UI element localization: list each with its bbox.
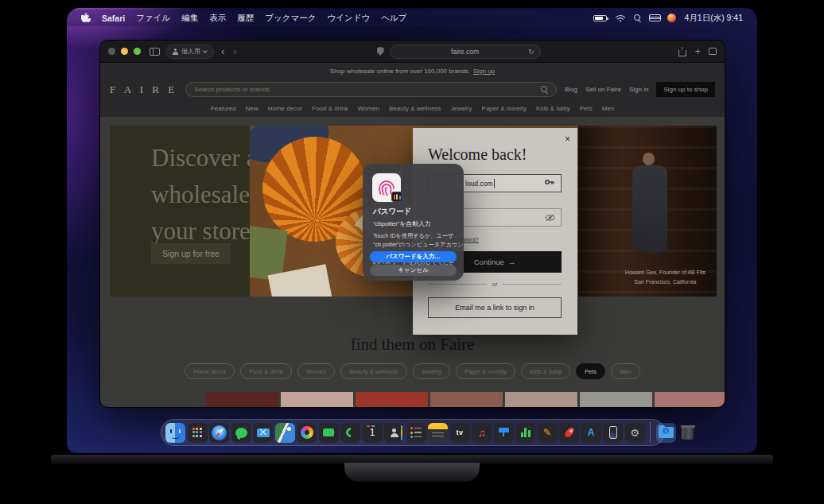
nav-men[interactable]: Men <box>602 105 615 112</box>
nav-women[interactable]: Women <box>358 105 379 112</box>
phone-dock-icon[interactable] <box>340 423 360 443</box>
photos-dock-icon[interactable] <box>297 423 317 443</box>
facetime-dock-icon[interactable] <box>319 423 339 443</box>
sell-on-faire-link[interactable]: Sell on Faire <box>585 86 621 93</box>
product-tile[interactable] <box>206 392 278 408</box>
battery-icon[interactable] <box>593 15 607 21</box>
menu-view[interactable]: 表示 <box>209 13 226 24</box>
pill-women[interactable]: Women <box>297 363 336 379</box>
address-bar[interactable]: faire.com ↻ <box>390 45 541 59</box>
nav-beauty[interactable]: Beauty & wellness <box>389 105 441 112</box>
nav-paper[interactable]: Paper & novelty <box>482 105 527 112</box>
new-tab-icon[interactable]: + <box>694 45 701 57</box>
messages-dock-icon[interactable] <box>231 423 251 443</box>
product-tile[interactable] <box>505 392 577 408</box>
product-tile[interactable] <box>655 392 725 408</box>
privacy-shield-icon[interactable] <box>377 47 384 56</box>
launchpad-dock-icon[interactable] <box>188 423 208 443</box>
pill-paper[interactable]: Paper & novelty <box>456 363 515 379</box>
pill-men[interactable]: Men <box>611 363 640 379</box>
email-link-button[interactable]: Email me a link to sign in <box>428 297 562 318</box>
keynote-dock-icon[interactable] <box>494 423 514 443</box>
menu-clock[interactable]: 4月1日(水) 9:41 <box>684 13 743 24</box>
maps-dock-icon[interactable] <box>275 423 295 443</box>
nav-jewelry[interactable]: Jewelry <box>450 105 472 112</box>
pill-beauty[interactable]: Beauty & wellness <box>340 363 406 379</box>
appstore-letter: A <box>588 427 595 438</box>
search-icon[interactable] <box>541 86 548 93</box>
tab-overview-icon[interactable] <box>709 48 717 55</box>
reload-icon[interactable]: ↻ <box>528 48 534 56</box>
minimize-button[interactable] <box>121 48 128 55</box>
wifi-icon[interactable] <box>615 14 626 22</box>
notes-dock-icon[interactable] <box>428 423 448 443</box>
search-input[interactable]: Search products or brands <box>185 82 557 97</box>
nav-featured[interactable]: Featured <box>211 105 236 112</box>
calendar-dock-icon[interactable]: 1 <box>363 423 383 443</box>
numbers-dock-icon[interactable] <box>515 423 535 443</box>
pill-pets-active[interactable]: Pets <box>576 363 605 379</box>
zoom-button[interactable] <box>134 48 141 55</box>
close-button[interactable] <box>108 48 115 55</box>
iphone-mirroring-dock-icon[interactable] <box>603 423 623 443</box>
rocket-app-dock-icon[interactable] <box>559 423 579 443</box>
pill-food-drink[interactable]: Food & drink <box>240 363 292 379</box>
menu-window[interactable]: ウインドウ <box>327 13 370 24</box>
forward-button[interactable]: › <box>231 45 238 57</box>
product-tile[interactable] <box>281 392 353 408</box>
finder-dock-icon[interactable] <box>165 423 185 443</box>
product-tile[interactable] <box>430 392 503 408</box>
chevron-down-icon <box>203 48 208 53</box>
pill-home-decor[interactable]: Home decor <box>185 363 235 379</box>
passkey-icon[interactable] <box>544 179 555 188</box>
tv-dock-icon[interactable]: tv <box>450 423 470 443</box>
screen: Safari ファイル 編集 表示 履歴 ブックマーク ウインドウ ヘルプ 4月… <box>67 8 757 453</box>
close-icon[interactable]: × <box>565 134 570 145</box>
music-dock-icon[interactable]: ♫ <box>472 423 492 443</box>
pages-dock-icon[interactable]: ✎ <box>538 423 558 443</box>
user-orb-icon[interactable] <box>667 14 676 22</box>
nav-kids[interactable]: Kids & baby <box>536 105 570 112</box>
back-button[interactable]: ‹ <box>220 45 226 57</box>
pill-jewelry[interactable]: Jewelry <box>413 363 450 379</box>
share-icon[interactable] <box>678 48 686 56</box>
menu-edit[interactable]: 編集 <box>181 13 198 24</box>
menu-file[interactable]: ファイル <box>136 13 170 24</box>
sidebar-icon[interactable] <box>150 48 160 56</box>
person-body <box>632 165 667 253</box>
sign-up-free-button[interactable]: Sign up for free <box>151 243 231 264</box>
product-tile[interactable] <box>580 392 652 408</box>
nav-new[interactable]: New <box>246 105 258 112</box>
arrow-right-icon: → <box>508 258 516 266</box>
pill-kids[interactable]: Kids & baby <box>521 363 570 379</box>
sign-up-to-shop-button[interactable]: Sign up to shop <box>656 82 715 97</box>
menu-history[interactable]: 履歴 <box>237 13 254 24</box>
cancel-button[interactable]: キャンセル <box>370 265 457 276</box>
menu-app-name[interactable]: Safari <box>102 14 125 23</box>
menu-help[interactable]: ヘルプ <box>381 13 406 24</box>
enter-password-button[interactable]: パスワードを入力… <box>370 251 457 262</box>
menu-bookmarks[interactable]: ブックマーク <box>265 13 316 24</box>
mail-dock-icon[interactable] <box>253 423 273 443</box>
nav-pets[interactable]: Pets <box>580 105 593 112</box>
profile-switcher[interactable]: 個人用 <box>165 45 214 59</box>
contacts-dock-icon[interactable] <box>384 423 404 443</box>
apple-menu-icon[interactable] <box>81 13 91 24</box>
nav-home-decor[interactable]: Home decor <box>268 105 303 112</box>
control-center-icon[interactable] <box>649 14 659 21</box>
safari-dock-icon[interactable] <box>209 423 229 443</box>
blog-link[interactable]: Blog <box>565 86 577 93</box>
downloads-dock-icon[interactable] <box>656 423 676 443</box>
sign-in-link[interactable]: Sign in <box>629 86 648 93</box>
settings-dock-icon[interactable]: ⚙ <box>625 423 645 443</box>
faire-logo[interactable]: F A I R E <box>110 83 177 96</box>
product-tile[interactable] <box>356 392 428 408</box>
banner-signup-link[interactable]: Sign up <box>473 68 495 75</box>
trash-dock-icon[interactable] <box>678 423 698 443</box>
reminders-dock-icon[interactable] <box>406 423 426 443</box>
appstore-dock-icon[interactable]: A <box>581 423 601 443</box>
nav-food-drink[interactable]: Food & drink <box>312 105 348 112</box>
spotlight-icon[interactable] <box>634 14 641 21</box>
eye-off-icon[interactable] <box>545 214 555 222</box>
touchid-autofill-text: “cbpotter”を自動入力 <box>373 219 431 228</box>
